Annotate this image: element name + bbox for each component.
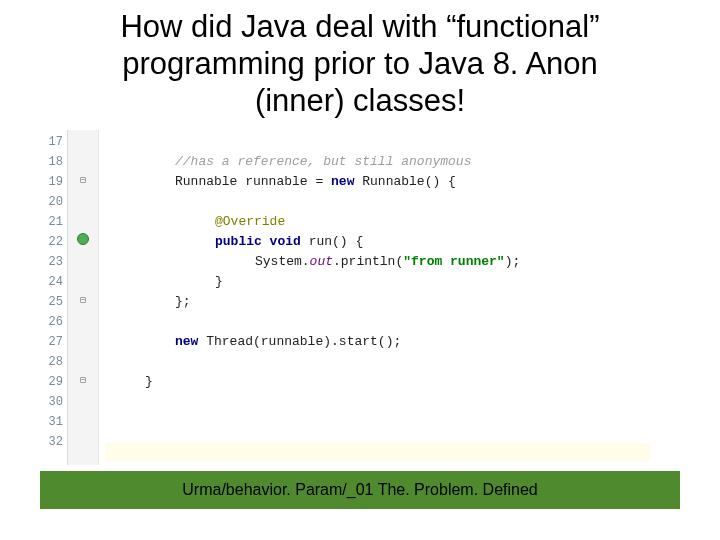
code-line: @Override (105, 212, 655, 232)
lineno: 28 (35, 352, 67, 372)
code-line: System.out.println("from runner"); (105, 252, 655, 272)
code-line (105, 132, 655, 152)
lineno: 18 (35, 152, 67, 172)
lineno: 29 (35, 372, 67, 392)
lineno: 31 (35, 412, 67, 432)
code-line (105, 352, 655, 372)
fold-expand-icon[interactable]: ⊟ (72, 294, 94, 308)
override-gutter-icon[interactable] (72, 233, 94, 247)
footer-path: Urma/behavior. Param/_01 The. Problem. D… (40, 471, 680, 509)
title-line-3: (inner) classes! (255, 83, 465, 118)
lineno: 32 (35, 432, 67, 452)
fold-collapse-icon[interactable]: ⊟ (72, 174, 94, 188)
code-line: }; (105, 292, 655, 312)
lineno: 19 (35, 172, 67, 192)
code-line: new Thread(runnable).start(); (105, 332, 655, 352)
line-number-gutter: 17 18 19 20 21 22 23 24 25 26 27 28 29 3… (35, 130, 67, 465)
slide-title: How did Java deal with “functional” prog… (0, 0, 720, 130)
code-line: } (105, 272, 655, 292)
lineno: 23 (35, 252, 67, 272)
code-line (105, 312, 655, 332)
code-line: public void run() { (105, 232, 655, 252)
title-line-1: How did Java deal with “functional” (120, 9, 599, 44)
code-line (105, 392, 655, 412)
code-line: //has a reference, but still anonymous (105, 152, 655, 172)
lineno: 25 (35, 292, 67, 312)
lineno: 20 (35, 192, 67, 212)
title-line-2: programming prior to Java 8. Anon (122, 46, 598, 81)
lineno: 21 (35, 212, 67, 232)
marker-column: ⊟ ⊟ ⊟ (67, 130, 99, 465)
lineno: 30 (35, 392, 67, 412)
lineno: 24 (35, 272, 67, 292)
code-line (105, 412, 655, 432)
lineno: 17 (35, 132, 67, 152)
code-body: //has a reference, but still anonymous R… (105, 130, 655, 465)
footer-text: Urma/behavior. Param/_01 The. Problem. D… (182, 481, 537, 498)
lineno: 27 (35, 332, 67, 352)
lineno: 26 (35, 312, 67, 332)
code-line: } (105, 372, 655, 392)
fold-expand-icon[interactable]: ⊟ (72, 374, 94, 388)
lineno: 22 (35, 232, 67, 252)
code-panel: 17 18 19 20 21 22 23 24 25 26 27 28 29 3… (35, 130, 655, 465)
code-line (105, 192, 655, 212)
code-line: Runnable runnable = new Runnable() { (105, 172, 655, 192)
